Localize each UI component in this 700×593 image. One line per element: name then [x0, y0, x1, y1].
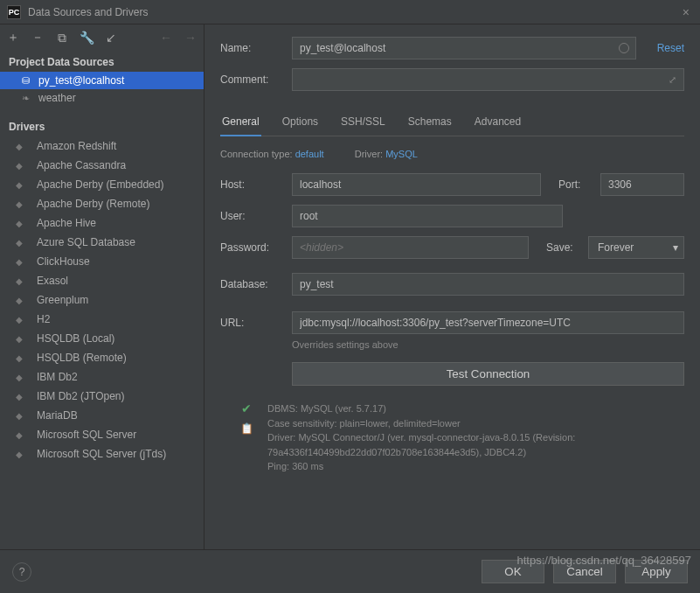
driver-icon: ◆: [16, 409, 30, 422]
driver-item[interactable]: ◆Apache Hive: [0, 213, 204, 233]
connection-type-row: Connection type: default Driver: MySQL: [220, 149, 684, 159]
driver-label: Microsoft SQL Server (jTds): [37, 448, 166, 460]
driver-icon: ◆: [16, 275, 30, 287]
driver-item[interactable]: ◆ClickHouse: [0, 252, 204, 271]
source-item-weather[interactable]: ❧ weather: [0, 89, 204, 107]
apply-button[interactable]: Apply: [625, 560, 688, 583]
left-panel: ＋ － ⧉ 🔧 ↙ ← → Project Data Sources ⛁ py_…: [0, 24, 204, 549]
name-input[interactable]: [292, 37, 613, 59]
driver-item[interactable]: ◆Apache Derby (Embedded): [0, 175, 204, 194]
leaf-icon: ❧: [19, 92, 31, 104]
user-label: User:: [220, 210, 292, 222]
password-label: Password:: [220, 241, 292, 254]
driver-icon: ◆: [16, 159, 30, 171]
driver-label: Apache Derby (Embedded): [37, 178, 163, 191]
driver-item[interactable]: ◆Exasol: [0, 271, 204, 290]
driver-label: Exasol: [37, 275, 68, 287]
port-label: Port:: [558, 178, 600, 191]
driver-item[interactable]: ◆Amazon Redshift: [0, 136, 204, 156]
driver-label: Apache Cassandra: [37, 159, 126, 171]
host-input[interactable]: [292, 173, 541, 196]
driver-label: ClickHouse: [37, 255, 90, 268]
tab-options[interactable]: Options: [281, 110, 320, 136]
driver-label: IBM Db2 (JTOpen): [37, 390, 124, 402]
help-button[interactable]: ?: [12, 562, 31, 582]
save-label: Save:: [546, 241, 588, 254]
ok-button[interactable]: OK: [482, 560, 544, 583]
database-input[interactable]: [292, 273, 684, 296]
user-input[interactable]: [292, 205, 563, 227]
drivers-header: Drivers: [0, 115, 204, 136]
test-connection-button[interactable]: Test Connection: [292, 362, 684, 386]
back-icon[interactable]: ←: [158, 31, 174, 45]
url-hint: Overrides settings above: [292, 339, 684, 350]
status-case: Case sensitivity: plain=lower, delimited…: [267, 416, 684, 431]
driver-label: HSQLDB (Remote): [37, 352, 127, 364]
driver-label: Greenplum: [37, 294, 88, 306]
expand-icon[interactable]: ⤢: [662, 68, 684, 91]
driver-icon: ◆: [16, 255, 30, 268]
sidebar-toolbar: ＋ － ⧉ 🔧 ↙ ← →: [0, 24, 204, 51]
driver-item[interactable]: ◆MariaDB: [0, 406, 204, 425]
source-label: py_test@localhost: [38, 74, 124, 87]
status-ping: Ping: 360 ms: [267, 459, 684, 474]
driver-item[interactable]: ◆HSQLDB (Local): [0, 329, 204, 348]
save-select[interactable]: Forever ▾: [588, 236, 684, 259]
driver-label: HSQLDB (Local): [37, 332, 114, 345]
status-block: ✔ 📋 DBMS: MySQL (ver. 5.7.17) Case sensi…: [220, 401, 684, 474]
reset-icon[interactable]: ↙: [103, 31, 119, 45]
driver-item[interactable]: ◆Microsoft SQL Server (jTds): [0, 444, 204, 464]
host-label: Host:: [220, 178, 292, 191]
driver-link[interactable]: MySQL: [385, 149, 418, 159]
port-input[interactable]: [600, 173, 684, 196]
remove-icon[interactable]: －: [30, 30, 45, 45]
driver-item[interactable]: ◆IBM Db2: [0, 367, 204, 387]
tab-schemas[interactable]: Schemas: [406, 110, 454, 136]
tab-advanced[interactable]: Advanced: [473, 110, 523, 136]
color-indicator[interactable]: [613, 37, 636, 59]
add-icon[interactable]: ＋: [5, 30, 21, 45]
driver-label: Apache Derby (Remote): [37, 198, 149, 210]
driver-item[interactable]: ◆IBM Db2 (JTOpen): [0, 387, 204, 406]
password-input[interactable]: [292, 236, 529, 259]
driver-item[interactable]: ◆Microsoft SQL Server: [0, 425, 204, 444]
driver-icon: ◆: [16, 313, 30, 325]
forward-icon[interactable]: →: [183, 31, 198, 45]
driver-icon: ◆: [16, 178, 30, 191]
driver-item[interactable]: ◆Apache Cassandra: [0, 156, 204, 175]
copy-icon[interactable]: ⧉: [54, 31, 70, 45]
driver-icon: ◆: [16, 371, 30, 383]
name-label: Name:: [220, 42, 292, 54]
app-icon: PC: [7, 5, 21, 19]
driver-item[interactable]: ◆Azure SQL Database: [0, 233, 204, 252]
driver-item[interactable]: ◆Greenplum: [0, 290, 204, 310]
driver-label: H2: [37, 313, 50, 325]
driver-icon: ◆: [16, 236, 30, 248]
driver-label: Apache Hive: [37, 217, 96, 229]
tab-general[interactable]: General: [220, 110, 261, 136]
clipboard-icon[interactable]: 📋: [240, 422, 253, 435]
close-icon[interactable]: ×: [679, 5, 693, 19]
database-label: Database:: [220, 278, 292, 290]
wrench-icon[interactable]: 🔧: [79, 31, 94, 45]
reset-link[interactable]: Reset: [657, 42, 684, 54]
cancel-button[interactable]: Cancel: [553, 560, 616, 583]
driver-item[interactable]: ◆HSQLDB (Remote): [0, 348, 204, 367]
sources-header: Project Data Sources: [0, 51, 204, 72]
connection-type-label: Connection type:: [220, 149, 293, 159]
save-value: Forever: [598, 241, 634, 254]
driver-item[interactable]: ◆H2: [0, 310, 204, 329]
driver-icon: ◆: [16, 448, 30, 460]
check-icon: ✔: [241, 401, 252, 415]
titlebar: PC Data Sources and Drivers ×: [0, 0, 700, 24]
connection-type-link[interactable]: default: [295, 149, 324, 159]
tabs: General Options SSH/SSL Schemas Advanced: [220, 110, 684, 136]
source-item-pytest[interactable]: ⛁ py_test@localhost: [0, 72, 204, 89]
driver-label: Microsoft SQL Server: [37, 429, 136, 441]
driver-label: MariaDB: [37, 409, 78, 422]
driver-item[interactable]: ◆Apache Derby (Remote): [0, 194, 204, 213]
tab-sshssl[interactable]: SSH/SSL: [339, 110, 387, 136]
comment-input[interactable]: [292, 68, 662, 91]
sources-tree: ⛁ py_test@localhost ❧ weather: [0, 72, 204, 107]
url-input[interactable]: [292, 311, 684, 334]
